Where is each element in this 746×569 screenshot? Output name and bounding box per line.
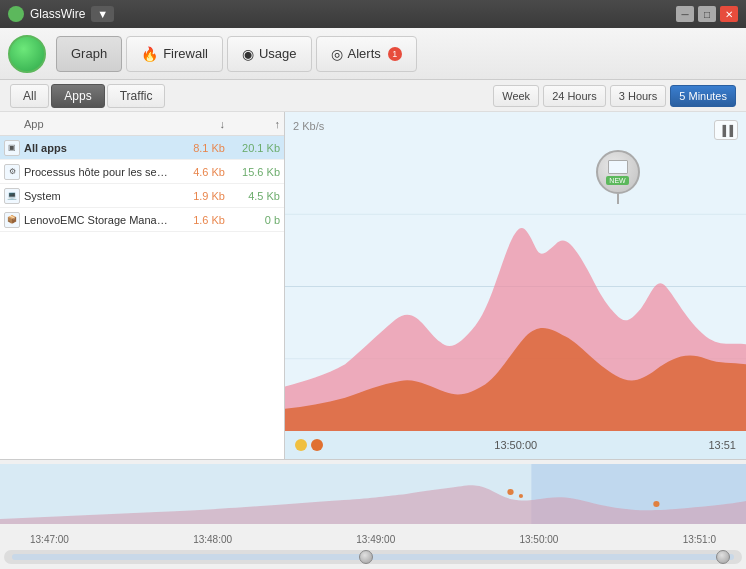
app-up-value: 0 b — [225, 214, 280, 226]
brand-logo-icon — [8, 35, 46, 73]
tab-firewall-label: Firewall — [163, 46, 208, 61]
titlebar-dropdown[interactable]: ▼ — [91, 6, 114, 22]
app-down-value: 1.9 Kb — [170, 190, 225, 202]
filter-all-button[interactable]: All — [10, 84, 49, 108]
app-name-label: Processus hôte pour les services ... — [20, 166, 170, 178]
close-button[interactable]: ✕ — [720, 6, 738, 22]
maximize-button[interactable]: □ — [698, 6, 716, 22]
subtoolbar: All Apps Traffic Week 24 Hours 3 Hours 5… — [0, 80, 746, 112]
timeline-track — [12, 554, 734, 560]
app-icon: ▣ — [4, 140, 20, 156]
graph-area — [285, 142, 746, 431]
subtoolbar-right: Week 24 Hours 3 Hours 5 Minutes — [493, 85, 736, 107]
timeline-svg — [0, 464, 746, 524]
app-table-header: App ↓ ↑ — [0, 112, 284, 136]
pause-button[interactable]: ▐▐ — [714, 120, 738, 140]
time-3h-button[interactable]: 3 Hours — [610, 85, 667, 107]
app-up-value: 15.6 Kb — [225, 166, 280, 178]
titlebar: GlassWire ▼ ─ □ ✕ — [0, 0, 746, 28]
tab-alerts-label: Alerts — [348, 46, 381, 61]
timeline-label-0: 13:47:00 — [30, 534, 69, 545]
pause-icon: ▐▐ — [719, 125, 733, 136]
timestamp-icons — [295, 439, 323, 451]
dot-yellow-icon — [295, 439, 307, 451]
svg-point-5 — [507, 489, 513, 495]
timeline-graph-area — [0, 464, 746, 524]
time-24h-button[interactable]: 24 Hours — [543, 85, 606, 107]
app-icon: 💻 — [4, 188, 20, 204]
graph-svg — [285, 142, 746, 431]
timeline-thumb-left[interactable] — [359, 550, 373, 564]
app-name-label: LenovoEMC Storage Manager 1.4.... — [20, 214, 170, 226]
app-up-value: 4.5 Kb — [225, 190, 280, 202]
firewall-icon: 🔥 — [141, 46, 158, 62]
tab-graph[interactable]: Graph — [56, 36, 122, 72]
tab-usage[interactable]: ◉ Usage — [227, 36, 312, 72]
filter-apps-button[interactable]: Apps — [51, 84, 104, 108]
timestamp-left: 13:50:00 — [494, 439, 537, 451]
table-row[interactable]: 📦 LenovoEMC Storage Manager 1.4.... 1.6 … — [0, 208, 284, 232]
timeline: 13:47:00 13:48:00 13:49:00 13:50:00 13:5… — [0, 459, 746, 569]
tab-alerts[interactable]: ◎ Alerts 1 — [316, 36, 417, 72]
tab-graph-label: Graph — [71, 46, 107, 61]
subtoolbar-left: All Apps Traffic — [10, 84, 165, 108]
app-up-value: 20.1 Kb — [225, 142, 280, 154]
timeline-thumb-right[interactable] — [716, 550, 730, 564]
col-up-header: ↑ — [225, 118, 280, 130]
tab-usage-label: Usage — [259, 46, 297, 61]
timeline-label-1: 13:48:00 — [193, 534, 232, 545]
titlebar-left: GlassWire ▼ — [8, 6, 114, 22]
glasswire-logo — [8, 6, 24, 22]
timestamp-right: 13:51 — [708, 439, 736, 451]
graph-panel: 2 Kb/s ▐▐ NEW — [285, 112, 746, 459]
svg-point-7 — [653, 501, 659, 507]
timeline-label-4: 13:51:0 — [683, 534, 716, 545]
app-name-label: All apps — [20, 142, 170, 154]
filter-traffic-button[interactable]: Traffic — [107, 84, 166, 108]
graph-timestamp-bar: 13:50:00 13:51 — [285, 431, 746, 459]
main-content: App ↓ ↑ ▣ All apps 8.1 Kb 20.1 Kb ⚙ Proc… — [0, 112, 746, 459]
navbar: Graph 🔥 Firewall ◉ Usage ◎ Alerts 1 — [0, 28, 746, 80]
minimize-button[interactable]: ─ — [676, 6, 694, 22]
svg-point-6 — [519, 494, 523, 498]
time-week-button[interactable]: Week — [493, 85, 539, 107]
alerts-icon: ◎ — [331, 46, 343, 62]
app-icon: ⚙ — [4, 164, 20, 180]
app-name-label: System — [20, 190, 170, 202]
col-down-header: ↓ — [170, 118, 225, 130]
tab-firewall[interactable]: 🔥 Firewall — [126, 36, 223, 72]
time-5m-button[interactable]: 5 Minutes — [670, 85, 736, 107]
timeline-label-2: 13:49:00 — [356, 534, 395, 545]
timeline-labels: 13:47:00 13:48:00 13:49:00 13:50:00 13:5… — [0, 528, 746, 550]
table-row[interactable]: 💻 System 1.9 Kb 4.5 Kb — [0, 184, 284, 208]
table-row[interactable]: ▣ All apps 8.1 Kb 20.1 Kb — [0, 136, 284, 160]
app-down-value: 1.6 Kb — [170, 214, 225, 226]
app-icon: 📦 — [4, 212, 20, 228]
app-name: GlassWire — [30, 7, 85, 21]
app-down-value: 4.6 Kb — [170, 166, 225, 178]
table-row[interactable]: ⚙ Processus hôte pour les services ... 4… — [0, 160, 284, 184]
timeline-scrollbar[interactable] — [4, 550, 742, 564]
dot-orange-icon — [311, 439, 323, 451]
app-down-value: 8.1 Kb — [170, 142, 225, 154]
graph-y-label: 2 Kb/s — [293, 120, 324, 132]
timeline-label-3: 13:50:00 — [519, 534, 558, 545]
col-app-header: App — [4, 118, 170, 130]
app-panel: App ↓ ↑ ▣ All apps 8.1 Kb 20.1 Kb ⚙ Proc… — [0, 112, 285, 459]
titlebar-controls: ─ □ ✕ — [676, 6, 738, 22]
usage-icon: ◉ — [242, 46, 254, 62]
alerts-badge: 1 — [388, 47, 402, 61]
